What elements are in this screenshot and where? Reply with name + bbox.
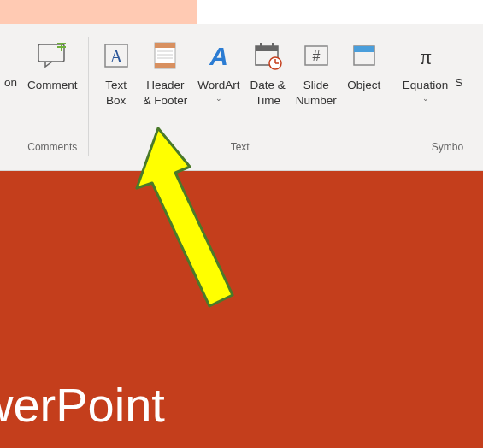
svg-text:#: # (312, 49, 320, 63)
comment-icon (35, 38, 69, 73)
svg-rect-15 (256, 46, 278, 51)
svg-rect-17 (272, 43, 274, 49)
chevron-down-icon: ⌄ (422, 95, 429, 103)
comment-label: Comment (27, 78, 78, 93)
slide-number-button[interactable]: # Slide Number (292, 37, 340, 141)
svg-rect-24 (354, 46, 374, 52)
partial-label: on (2, 76, 17, 89)
date-time-button[interactable]: Date & Time (247, 37, 289, 141)
title-highlight-bar (0, 0, 197, 24)
svg-rect-16 (260, 43, 262, 49)
equation-label: Equation (403, 78, 448, 93)
slide-canvas[interactable]: werPoint (0, 171, 483, 448)
svg-rect-9 (155, 63, 175, 68)
object-button[interactable]: Object (344, 37, 385, 141)
equation-icon: π (409, 38, 443, 73)
svg-text:A: A (109, 47, 122, 66)
text-box-icon: A (99, 38, 133, 73)
comment-button[interactable]: Comment (24, 37, 81, 141)
object-icon (347, 38, 381, 73)
header-footer-icon (148, 38, 182, 73)
wordart-icon: A (202, 38, 236, 73)
group-symbols: π Equation ⌄ S Symbo (392, 37, 470, 156)
svg-rect-8 (155, 43, 175, 48)
partial-cut-button-left[interactable]: on (0, 37, 17, 156)
slide-number-label: Slide Number (296, 78, 337, 108)
object-label: Object (347, 78, 380, 93)
ribbon: on Comment (0, 24, 483, 171)
chevron-down-icon: ⌄ (215, 95, 222, 103)
group-text: A Text Box (89, 37, 392, 156)
header-footer-button[interactable]: Header & Footer (140, 37, 191, 141)
svg-text:π: π (420, 44, 431, 69)
slide-title[interactable]: werPoint (0, 377, 165, 433)
partial-icon (2, 37, 17, 71)
date-time-icon (250, 38, 285, 73)
partial-cut-button-right[interactable]: S (455, 37, 463, 141)
group-label-text: Text (231, 141, 250, 156)
wordart-label: WordArt (197, 78, 239, 93)
partial-label-right: S (455, 76, 462, 89)
equation-button[interactable]: π Equation ⌄ (399, 37, 451, 141)
group-comments: Comment Comments (17, 37, 89, 156)
wordart-button[interactable]: A WordArt ⌄ (194, 37, 243, 141)
group-label-symbols: Symbo (399, 141, 463, 156)
slide-number-icon: # (299, 38, 333, 73)
text-box-label: Text Box (105, 78, 127, 108)
date-time-label: Date & Time (250, 78, 286, 108)
text-box-button[interactable]: A Text Box (96, 37, 137, 141)
group-label-comments: Comments (27, 141, 77, 156)
header-footer-label: Header & Footer (144, 78, 188, 108)
svg-text:A: A (209, 42, 228, 70)
